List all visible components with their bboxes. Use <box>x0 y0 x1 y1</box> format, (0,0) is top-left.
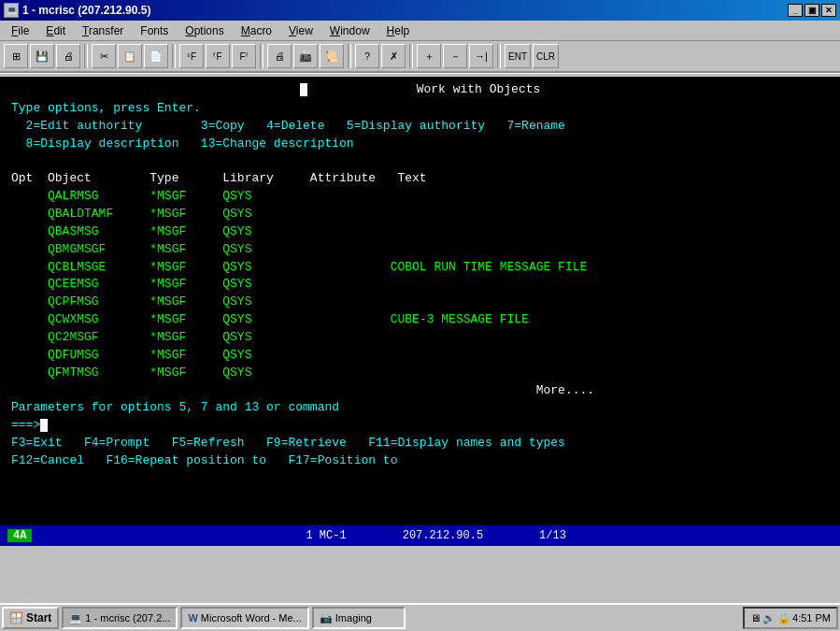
status-host: 207.212.90.5 <box>403 529 483 542</box>
tb-save[interactable]: 💾 <box>30 44 54 68</box>
term-row-3: QBASMSG *MSGF QSYS <box>11 223 829 241</box>
menu-fonts[interactable]: Fonts <box>133 22 176 39</box>
tb-sep2 <box>172 44 176 68</box>
tb-cut[interactable]: ✂ <box>92 44 116 68</box>
tb-ff2[interactable]: Fᶠ <box>232 44 256 68</box>
term-line-3: 8=Display description 13=Change descript… <box>11 136 829 153</box>
tb-sep3 <box>260 44 263 68</box>
term-row-4: QBMGMSGF *MSGF QSYS <box>11 241 829 259</box>
menu-transfer[interactable]: Transfer <box>75 22 131 39</box>
taskbar-icon-1: 💻 <box>69 612 82 624</box>
tb-printer2[interactable]: 🖨 <box>267 44 292 68</box>
menu-file[interactable]: File <box>4 22 36 39</box>
taskbar-icon-2: W <box>188 612 197 624</box>
term-line-2: 2=Edit authority 3=Copy 4=Delete 5=Displ… <box>11 118 829 136</box>
term-cmd: ===> <box>11 417 829 435</box>
tb-minus[interactable]: － <box>443 44 467 68</box>
tb-help[interactable]: ? <box>355 44 379 68</box>
tb-ent[interactable]: ENT <box>505 44 531 68</box>
tb-sep5 <box>409 44 413 68</box>
term-row-5: QCBLMSGE *MSGF QSYS COBOL RUN TIME MESSA… <box>11 259 829 277</box>
term-row-1: QALRMSG *MSGF QSYS <box>11 188 829 206</box>
tb-ff[interactable]: ᶠF <box>206 44 230 68</box>
taskbar-item-2[interactable]: W Microsoft Word - Me... <box>180 607 308 629</box>
status-indicator: 4A <box>7 529 32 542</box>
term-more: More.... <box>11 382 829 400</box>
tb-sep1 <box>84 44 88 68</box>
menu-view[interactable]: View <box>281 22 320 39</box>
tb-fax[interactable]: 📠 <box>293 44 318 68</box>
title-bar-controls: _ ▣ ✕ <box>788 4 836 17</box>
restore-button[interactable]: ▣ <box>804 4 819 17</box>
term-fkeys1: F3=Exit F4=Prompt F5=Refresh F9=Retrieve… <box>11 435 829 452</box>
title-bar: 💻 1 - mcrisc (207.212.90.5) _ ▣ ✕ <box>0 0 840 21</box>
tb-copy[interactable]: 📋 <box>118 44 142 68</box>
term-row-11: QFMTMSG *MSGF QSYS <box>11 365 829 382</box>
tb-stop[interactable]: ✗ <box>381 44 406 68</box>
tb-clr[interactable]: CLR <box>533 44 559 68</box>
taskbar-icon-3: 📷 <box>320 612 333 624</box>
terminal-screen[interactable]: Work with Objects Type options, press En… <box>0 77 840 525</box>
taskbar-item-1[interactable]: 💻 1 - mcrisc (207.2... <box>62 607 178 629</box>
start-button[interactable]: 🪟 Start <box>2 607 59 629</box>
tb-arrow-right[interactable]: →| <box>469 44 493 68</box>
taskbar-label-3: Imaging <box>335 612 372 624</box>
status-session: 1 MC-1 <box>306 529 346 542</box>
menu-options[interactable]: Options <box>178 22 231 39</box>
tb-sf[interactable]: ˢF <box>179 44 204 68</box>
menu-window[interactable]: Window <box>322 22 377 39</box>
toolbar: ⊞ 💾 🖨 ✂ 📋 📄 ˢF ᶠF Fᶠ 🖨 📠 📜 ? ✗ ＋ － →| EN… <box>0 41 840 73</box>
term-row-7: QCPFMSG *MSGF QSYS <box>11 294 829 311</box>
tray-icon-security: 🔒 <box>777 612 790 624</box>
menu-help[interactable]: Help <box>379 22 418 39</box>
term-line-1: Type options, press Enter. <box>11 100 829 118</box>
title-text: 1 - mcrisc (207.212.90.5) <box>22 4 150 17</box>
tray-icon-sound: 🔊 <box>762 612 776 624</box>
taskbar-item-3[interactable]: 📷 Imaging <box>312 607 406 629</box>
menu-macro[interactable]: Macro <box>234 22 279 39</box>
term-row-2: QBALDTAMF *MSGF QSYS <box>11 206 829 223</box>
tb-scroll[interactable]: 📜 <box>320 44 344 68</box>
tb-new[interactable]: ⊞ <box>4 44 28 68</box>
input-cursor <box>40 419 48 432</box>
tb-paste[interactable]: 📄 <box>144 44 168 68</box>
tb-sep6 <box>497 44 501 68</box>
menu-edit[interactable]: Edit <box>38 22 73 39</box>
status-page: 1/13 <box>539 529 566 542</box>
term-fkeys2: F12=Cancel F16=Repeat position to F17=Po… <box>11 452 829 470</box>
minimize-button[interactable]: _ <box>788 4 803 17</box>
tray-time: 4:51 PM <box>792 612 831 624</box>
taskbar-label-1: 1 - mcrisc (207.2... <box>85 612 170 624</box>
status-center: 1 MC-1 207.212.90.5 1/13 <box>39 529 833 542</box>
term-row-6: QCEEMSG *MSGF QSYS <box>11 276 829 294</box>
taskbar-label-2: Microsoft Word - Me... <box>201 612 302 624</box>
taskbar: 🪟 Start 💻 1 - mcrisc (207.2... W Microso… <box>0 603 840 631</box>
tb-sep4 <box>348 44 351 68</box>
cursor <box>300 83 307 96</box>
start-label: Start <box>26 611 51 624</box>
tb-print[interactable]: 🖨 <box>56 44 80 68</box>
start-icon: 🪟 <box>9 611 23 624</box>
menu-bar: File Edit Transfer Fonts Options Macro V… <box>0 21 840 41</box>
terminal-title: Work with Objects <box>417 82 541 96</box>
term-row-9: QC2MSGF *MSGF QSYS <box>11 329 829 347</box>
tray-icon-network: 🖥 <box>750 612 761 624</box>
term-line-4 <box>11 153 829 171</box>
term-params: Parameters for options 5, 7 and 13 or co… <box>11 399 829 417</box>
terminal-status-bar: 4A 1 MC-1 207.212.90.5 1/13 <box>0 525 840 546</box>
term-row-10: QDFUMSG *MSGF QSYS <box>11 347 829 365</box>
tb-plus[interactable]: ＋ <box>417 44 441 68</box>
title-bar-left: 💻 1 - mcrisc (207.212.90.5) <box>4 3 150 18</box>
term-row-8: QCWXMSG *MSGF QSYS CUBE-3 MESSAGE FILE <box>11 311 829 329</box>
close-button[interactable]: ✕ <box>821 4 836 17</box>
system-tray: 🖥 🔊 🔒 4:51 PM <box>743 607 838 629</box>
term-header: Opt Object Type Library Attribute Text <box>11 170 829 188</box>
app-icon: 💻 <box>4 3 19 18</box>
